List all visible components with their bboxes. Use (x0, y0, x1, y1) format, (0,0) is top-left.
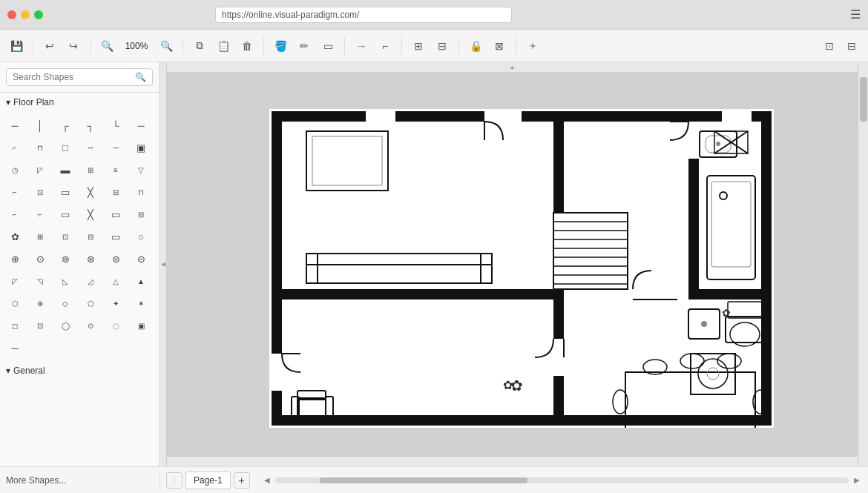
canvas-scroll-vertical[interactable] (858, 62, 868, 466)
shape-dot-grid[interactable]: ⊟ (80, 226, 101, 247)
shape-corner-tl[interactable]: ┌ (55, 115, 76, 136)
canvas-scroll-top[interactable]: ▲ (167, 62, 858, 73)
close-button[interactable] (7, 10, 16, 19)
shape-star4[interactable]: ✦ (105, 293, 126, 314)
shape-sink[interactable]: ⌐ (4, 182, 25, 202)
shape-star6[interactable]: ✶ (131, 293, 151, 314)
shape-sq-br[interactable]: ◿ (80, 271, 101, 291)
redo-button[interactable]: ↪ (63, 36, 84, 56)
shape-t-shape[interactable]: ⊓ (30, 137, 50, 158)
save-button[interactable]: 💾 (6, 36, 27, 56)
shape-wall-h[interactable]: ─ (4, 115, 25, 136)
shape-circle-minus[interactable]: ⊝ (131, 248, 151, 269)
url-bar[interactable]: https://online.visual-paradigm.com/ (215, 7, 512, 23)
hamburger-icon[interactable]: ☰ (850, 8, 861, 21)
shape-sq2[interactable]: ⊡ (30, 315, 50, 336)
shape-wall-end[interactable]: ─ (131, 115, 151, 136)
shape-wall-v[interactable]: │ (30, 115, 50, 136)
shape-button[interactable]: ▭ (318, 36, 338, 56)
waypoint-button[interactable]: ⌐ (375, 36, 395, 56)
shape-corner-bl[interactable]: └ (105, 115, 126, 136)
floor-plan-svg[interactable]: ✿ (269, 109, 774, 428)
insert-button[interactable]: ＋ (522, 36, 543, 56)
paste-button[interactable]: 📋 (213, 36, 234, 56)
shape-cross-2[interactable]: ╳ (80, 204, 101, 225)
shape-pent[interactable]: ⬠ (80, 293, 101, 314)
delete-button[interactable]: 🗑 (237, 36, 257, 56)
shape-hex[interactable]: ⬡ (4, 293, 25, 314)
shape-table-r[interactable]: ▭ (55, 182, 76, 202)
group-button[interactable]: ⊞ (408, 36, 429, 56)
zoom-out-button[interactable]: 🔍 (96, 36, 117, 56)
shape-fan[interactable]: ⊞ (30, 226, 50, 247)
undo-button[interactable]: ↩ (39, 36, 60, 56)
shape-dot-h[interactable]: ┄ (105, 137, 126, 158)
shape-desk[interactable]: ▭ (55, 204, 76, 225)
shape-window-2[interactable]: ⊞ (80, 159, 101, 180)
canvas-area[interactable]: ▲ (167, 62, 868, 466)
shape-circle-ring[interactable]: ⊚ (55, 248, 76, 269)
shape-cross[interactable]: ╳ (80, 182, 101, 202)
shape-triangle-f[interactable]: ▲ (131, 271, 151, 291)
maximize-button[interactable] (34, 10, 43, 19)
shape-sq3[interactable]: ◯ (55, 315, 76, 336)
bottom-scroll-track[interactable] (275, 477, 849, 483)
line-color-button[interactable]: ✏ (294, 36, 315, 56)
arrange-button[interactable]: ⊠ (489, 36, 510, 56)
fullscreen-button[interactable]: ⊟ (841, 36, 862, 56)
shape-sq4[interactable]: ⊙ (80, 315, 101, 336)
lock-button[interactable]: 🔒 (465, 36, 486, 56)
shape-sq1[interactable]: ◻ (4, 315, 25, 336)
shape-rect-2[interactable]: ▭ (105, 226, 126, 247)
shape-triangle[interactable]: △ (105, 271, 126, 291)
minimize-button[interactable] (21, 10, 30, 19)
shape-flower[interactable]: ✿ (4, 226, 25, 247)
fill-button[interactable]: 🪣 (270, 36, 291, 56)
shape-sofa[interactable]: ⊓ (131, 182, 151, 202)
shape-wardrobe[interactable]: ⊟ (131, 204, 151, 225)
shape-toilet[interactable]: ⊡ (30, 182, 50, 202)
shape-sq-bl[interactable]: ◺ (55, 271, 76, 291)
shape-dia[interactable]: ◇ (55, 293, 76, 314)
more-shapes-button[interactable]: More Shapes... (6, 475, 66, 486)
general-section-header[interactable]: ▾ General (0, 361, 159, 380)
shape-bathtub[interactable]: ▽ (131, 159, 151, 180)
shape-window[interactable]: ▬ (55, 159, 76, 180)
shape-fill-rect[interactable]: ▣ (131, 137, 151, 158)
shape-stairs[interactable]: ≡ (105, 159, 126, 180)
shape-oct[interactable]: ⊛ (30, 293, 50, 314)
shape-grid[interactable]: ⊡ (55, 226, 76, 247)
align-button[interactable]: ⊟ (432, 36, 453, 56)
shape-circle-dot[interactable]: ⊙ (30, 248, 50, 269)
sidebar-scroll[interactable]: ▾ Floor Plan ─ │ ┌ ┐ └ ─ ⌐ ⊓ □ ╌ ┄ ▣ ◷ (0, 93, 159, 466)
page-options-button[interactable]: ⋮ (166, 472, 183, 489)
shape-circle-eq[interactable]: ⊜ (105, 248, 126, 269)
shape-circle-star[interactable]: ⊛ (80, 248, 101, 269)
scroll-left-icon[interactable]: ◀ (262, 475, 272, 486)
zoom-in-button[interactable]: 🔍 (156, 36, 177, 56)
shape-sq6[interactable]: ▣ (131, 315, 151, 336)
search-input[interactable] (13, 72, 132, 82)
shape-door-1[interactable]: ◷ (4, 159, 25, 180)
shape-line[interactable]: ─ (4, 337, 25, 358)
canvas-scroll-thumb-v[interactable] (860, 77, 867, 122)
panel-toggle-button[interactable]: ⊡ (819, 36, 840, 56)
shape-door-2[interactable]: ◸ (30, 159, 50, 180)
shape-corner-tr[interactable]: ┐ (80, 115, 101, 136)
floor-plan-section-header[interactable]: ▾ Floor Plan (0, 93, 159, 112)
shape-circle-plus[interactable]: ⊕ (4, 248, 25, 269)
scroll-right-icon[interactable]: ▶ (852, 475, 862, 486)
shape-sq-tl[interactable]: ◸ (4, 271, 25, 291)
shape-chair[interactable]: ⌐ (30, 204, 50, 225)
page-tab-1[interactable]: Page-1 (185, 472, 231, 489)
shape-dash[interactable]: ╌ (80, 137, 101, 158)
connector-button[interactable]: → (351, 36, 372, 56)
zoom-level[interactable]: 100% (120, 41, 153, 51)
sidebar-collapse-handle[interactable]: ◀ (160, 62, 167, 466)
shape-pill[interactable]: ○ (131, 226, 151, 247)
shape-sq-tr[interactable]: ◹ (30, 271, 50, 291)
shape-l-shape[interactable]: ⌐ (4, 137, 25, 158)
shape-arm-chair[interactable]: ⌐ (4, 204, 25, 225)
shape-cabinet[interactable]: ▭ (105, 204, 126, 225)
add-page-button[interactable]: + (234, 472, 250, 489)
